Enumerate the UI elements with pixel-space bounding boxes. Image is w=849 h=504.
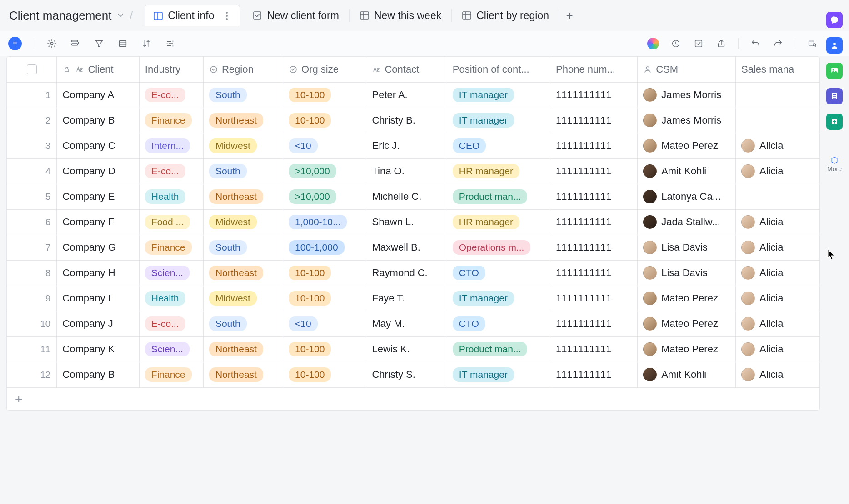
cell-client[interactable]: Company I	[57, 286, 139, 311]
cell-position[interactable]: IT manager	[447, 82, 550, 108]
adjust-icon[interactable]	[164, 38, 176, 49]
cell-org-size[interactable]: 10-100	[283, 82, 366, 108]
column-header-industry[interactable]: Industry	[139, 57, 203, 82]
cell-org-size[interactable]: 10-100	[283, 260, 366, 286]
table-row[interactable]: 10 Company JE-co...South<10May M.CTO1111…	[7, 311, 819, 336]
table-row[interactable]: 6 Company FFood ...Midwest1,000-10...Sha…	[7, 209, 819, 235]
column-header-position[interactable]: Position of cont...	[447, 57, 550, 82]
cell-rownum[interactable]: 3	[7, 133, 57, 158]
cell-client[interactable]: Company K	[57, 336, 139, 362]
cell-region[interactable]: Northeast	[203, 260, 283, 286]
cell-rownum[interactable]: 2	[7, 108, 57, 133]
rail-app-messenger[interactable]	[826, 12, 843, 28]
cell-position[interactable]: HR manager	[447, 209, 550, 235]
table-row[interactable]: 11 Company KScien...Northeast10-100Lewis…	[7, 336, 819, 362]
cell-sales[interactable]	[736, 184, 819, 209]
cell-contact[interactable]: Eric J.	[366, 133, 447, 158]
cell-industry[interactable]: Health	[139, 286, 203, 311]
cell-industry[interactable]: Health	[139, 184, 203, 209]
table-row[interactable]: 4 Company DE-co...South>10,000Tina O.HR …	[7, 158, 819, 184]
cell-position[interactable]: HR manager	[447, 158, 550, 184]
cell-industry[interactable]: Intern...	[139, 133, 203, 158]
ai-icon[interactable]	[647, 38, 659, 49]
cell-contact[interactable]: Shawn L.	[366, 209, 447, 235]
cell-industry[interactable]: Food ...	[139, 209, 203, 235]
cell-industry[interactable]: Finance	[139, 235, 203, 260]
cell-region[interactable]: South	[203, 158, 283, 184]
cell-rownum[interactable]: 9	[7, 286, 57, 311]
table-row[interactable]: 1 Company AE-co...South10-100Peter A.IT …	[7, 82, 819, 108]
cell-client[interactable]: Company G	[57, 235, 139, 260]
column-header-region[interactable]: Region	[203, 57, 283, 82]
cell-contact[interactable]: Maxwell B.	[366, 235, 447, 260]
cell-phone[interactable]: 1111111111	[550, 158, 638, 184]
cell-client[interactable]: Company B	[57, 108, 139, 133]
cell-client[interactable]: Company H	[57, 260, 139, 286]
cell-csm[interactable]: Lisa Davis	[638, 260, 736, 286]
cell-contact[interactable]: Michelle C.	[366, 184, 447, 209]
cell-phone[interactable]: 1111111111	[550, 286, 638, 311]
table-row[interactable]: 3 Company CIntern...Midwest<10Eric J.CEO…	[7, 133, 819, 158]
column-header-checkbox[interactable]	[7, 57, 57, 82]
cell-contact[interactable]: Christy B.	[366, 108, 447, 133]
tab-client-info[interactable]: Client info	[145, 5, 240, 26]
cell-position[interactable]: CEO	[447, 133, 550, 158]
cell-csm[interactable]: Jada Stallw...	[638, 209, 736, 235]
cell-phone[interactable]: 1111111111	[550, 184, 638, 209]
history-icon[interactable]	[670, 38, 682, 49]
table-row[interactable]: 9 Company IHealthMidwest10-100Faye T.IT …	[7, 286, 819, 311]
cell-sales[interactable]: Alicia	[736, 362, 819, 387]
chevron-down-icon[interactable]	[117, 10, 124, 21]
cell-phone[interactable]: 1111111111	[550, 260, 638, 286]
cell-phone[interactable]: 1111111111	[550, 362, 638, 387]
cell-region[interactable]: Midwest	[203, 286, 283, 311]
cell-position[interactable]: CTO	[447, 260, 550, 286]
cell-industry[interactable]: E-co...	[139, 82, 203, 108]
table-row[interactable]: 12 Company BFinanceNortheast10-100Christ…	[7, 362, 819, 387]
cell-rownum[interactable]: 4	[7, 158, 57, 184]
more-vertical-icon[interactable]	[222, 12, 231, 20]
share-icon[interactable]	[715, 38, 727, 49]
cell-rownum[interactable]: 7	[7, 235, 57, 260]
tab-new-this-week[interactable]: New this week	[351, 5, 449, 26]
cell-org-size[interactable]: <10	[283, 133, 366, 158]
cell-org-size[interactable]: 10-100	[283, 108, 366, 133]
table-row[interactable]: 5 Company EHealthNortheast>10,000Michell…	[7, 184, 819, 209]
add-row-button[interactable]: +	[7, 388, 819, 410]
select-all-checkbox[interactable]	[27, 64, 37, 74]
redo-icon[interactable]	[772, 38, 784, 49]
add-view-button[interactable]: +	[561, 7, 578, 24]
cell-rownum[interactable]: 1	[7, 82, 57, 108]
rail-app-images[interactable]	[826, 63, 843, 79]
cell-position[interactable]: IT manager	[447, 362, 550, 387]
row-height-icon[interactable]	[117, 38, 129, 49]
cell-csm[interactable]: Latonya Ca...	[638, 184, 736, 209]
cell-csm[interactable]: Mateo Perez	[638, 286, 736, 311]
tab-new-client-form[interactable]: New client form	[244, 5, 347, 26]
cell-industry[interactable]: Scien...	[139, 260, 203, 286]
cell-phone[interactable]: 1111111111	[550, 209, 638, 235]
cell-position[interactable]: Operations m...	[447, 235, 550, 260]
table-row[interactable]: 7 Company GFinanceSouth100-1,000Maxwell …	[7, 235, 819, 260]
cell-industry[interactable]: E-co...	[139, 311, 203, 336]
cell-region[interactable]: Midwest	[203, 209, 283, 235]
cell-region[interactable]: South	[203, 311, 283, 336]
cell-industry[interactable]: Scien...	[139, 336, 203, 362]
cell-phone[interactable]: 1111111111	[550, 82, 638, 108]
cell-csm[interactable]: Amit Kohli	[638, 362, 736, 387]
cell-region[interactable]: Northeast	[203, 184, 283, 209]
cell-client[interactable]: Company J	[57, 311, 139, 336]
cell-phone[interactable]: 1111111111	[550, 235, 638, 260]
cell-sales[interactable]: Alicia	[736, 260, 819, 286]
table-row[interactable]: 2 Company BFinanceNortheast10-100Christy…	[7, 108, 819, 133]
cell-csm[interactable]: Amit Kohli	[638, 158, 736, 184]
column-header-csm[interactable]: CSM	[638, 57, 736, 82]
cell-csm[interactable]: Mateo Perez	[638, 336, 736, 362]
cell-client[interactable]: Company D	[57, 158, 139, 184]
cell-org-size[interactable]: <10	[283, 311, 366, 336]
cell-org-size[interactable]: 100-1,000	[283, 235, 366, 260]
cell-region[interactable]: Midwest	[203, 133, 283, 158]
cell-org-size[interactable]: >10,000	[283, 158, 366, 184]
filter-icon[interactable]	[93, 38, 105, 49]
cell-phone[interactable]: 1111111111	[550, 133, 638, 158]
